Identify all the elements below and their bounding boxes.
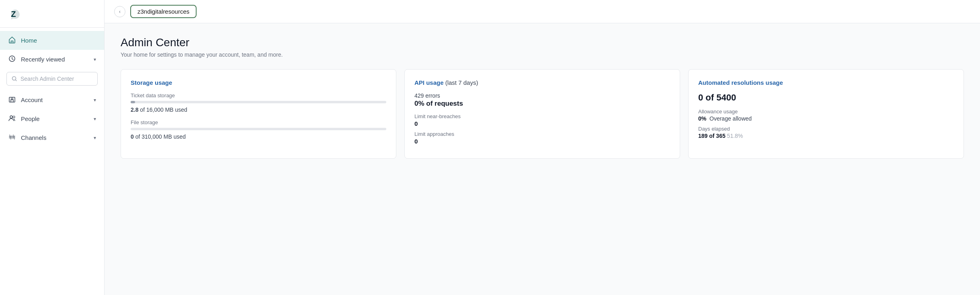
sidebar: Z Home Recently viewed ▾ <box>0 0 105 295</box>
home-icon <box>8 36 16 45</box>
sidebar-item-channels[interactable]: Channels ▾ <box>0 128 104 147</box>
cards-row: Storage usage Ticket data storage 2.8 of… <box>121 69 964 159</box>
ar-allowance-label: Allowance usage <box>698 109 954 115</box>
sidebar-item-recently-viewed-label: Recently viewed <box>21 56 89 63</box>
ar-allowance-row: Allowance usage 0% Overage allowed <box>698 109 954 122</box>
svg-point-5 <box>10 116 12 118</box>
collapse-sidebar-button[interactable]: ‹ <box>114 6 125 17</box>
sidebar-item-home[interactable]: Home <box>0 31 104 50</box>
main-area: ‹ z3ndigitalresources Admin Center Your … <box>105 0 980 295</box>
top-bar: ‹ z3ndigitalresources <box>105 0 980 23</box>
sidebar-item-people-label: People <box>21 115 89 122</box>
ar-days-value: 189 of 365 51.8% <box>698 133 954 139</box>
account-badge[interactable]: z3ndigitalresources <box>130 5 197 18</box>
sidebar-item-account[interactable]: Account ▾ <box>0 90 104 109</box>
api-near-breaches-value: 0 <box>414 120 670 127</box>
building-icon <box>8 95 16 104</box>
api-near-breaches-label: Limit near-breaches <box>414 113 670 119</box>
storage-usage-card: Storage usage Ticket data storage 2.8 of… <box>121 69 396 159</box>
ar-days-count: 189 of 365 <box>698 133 726 139</box>
api-approaches-label: Limit approaches <box>414 131 670 137</box>
page-title: Admin Center <box>121 36 964 49</box>
sidebar-item-recently-viewed[interactable]: Recently viewed ▾ <box>0 50 104 69</box>
svg-text:Z: Z <box>11 10 16 18</box>
ticket-storage-total: 16,000 MB used <box>146 107 187 113</box>
search-container: Search Admin Center <box>0 69 104 90</box>
api-near-breaches-row: Limit near-breaches 0 <box>414 113 670 127</box>
content-area: Admin Center Your home for settings to m… <box>105 23 980 295</box>
ar-overage-label: Overage allowed <box>709 115 752 122</box>
api-card-title-text: API usage <box>414 79 444 86</box>
sidebar-item-channels-label: Channels <box>21 134 89 141</box>
storage-card-title: Storage usage <box>131 79 386 86</box>
sidebar-item-home-label: Home <box>21 37 96 44</box>
ar-card-title: Automated resolutions usage <box>698 79 954 86</box>
people-icon <box>8 114 16 123</box>
ar-count: 0 of 5400 <box>698 92 954 103</box>
api-pct-label: 0% of requests <box>414 100 670 108</box>
file-storage-label: File storage <box>131 119 386 125</box>
ar-days-pct: 51.8% <box>727 133 743 139</box>
people-chevron-icon: ▾ <box>94 116 96 122</box>
recently-viewed-chevron-icon: ▾ <box>94 57 96 62</box>
sidebar-nav: Home Recently viewed ▾ Search Admin Cent… <box>0 28 104 295</box>
sidebar-logo-area: Z <box>0 0 104 28</box>
sidebar-item-people[interactable]: People ▾ <box>0 109 104 128</box>
channels-chevron-icon: ▾ <box>94 135 96 141</box>
ar-days-row: Days elapsed 189 of 365 51.8% <box>698 126 954 139</box>
search-input-placeholder: Search Admin Center <box>21 76 74 82</box>
file-storage-of: of <box>135 133 142 140</box>
file-storage-progress <box>131 128 386 130</box>
api-approaches-value: 0 <box>414 138 670 145</box>
api-card-title-suffix: (last 7 days) <box>444 79 478 86</box>
file-storage-used: 0 <box>131 133 134 140</box>
ticket-storage-used: 2.8 <box>131 107 138 113</box>
channels-icon <box>8 133 16 142</box>
ticket-storage-of: of <box>140 107 146 113</box>
api-errors-label: 429 errors <box>414 92 670 99</box>
ticket-storage-fill <box>131 101 135 103</box>
ar-allowance-pct: 0% <box>698 115 706 122</box>
automated-resolutions-card: Automated resolutions usage 0 of 5400 Al… <box>688 69 964 159</box>
clock-icon <box>8 55 16 64</box>
account-chevron-icon: ▾ <box>94 97 96 103</box>
api-approaches-row: Limit approaches 0 <box>414 131 670 145</box>
ticket-storage-label: Ticket data storage <box>131 92 386 98</box>
file-storage-value: 0 of 310,000 MB used <box>131 133 386 140</box>
api-card-title: API usage (last 7 days) <box>414 79 670 86</box>
ticket-storage-value: 2.8 of 16,000 MB used <box>131 107 386 113</box>
ar-days-label: Days elapsed <box>698 126 954 132</box>
ar-allowance-value: 0% Overage allowed <box>698 115 954 122</box>
zendesk-logo-icon: Z <box>8 7 23 22</box>
ticket-storage-progress <box>131 101 386 103</box>
file-storage-total: 310,000 MB used <box>141 133 186 140</box>
svg-rect-4 <box>11 98 13 99</box>
svg-point-6 <box>13 116 15 118</box>
page-subtitle: Your home for settings to manage your ac… <box>121 51 964 58</box>
api-usage-card: API usage (last 7 days) 429 errors 0% of… <box>404 69 680 159</box>
sidebar-item-account-label: Account <box>21 96 89 103</box>
search-icon <box>12 76 17 82</box>
search-box[interactable]: Search Admin Center <box>6 72 98 86</box>
